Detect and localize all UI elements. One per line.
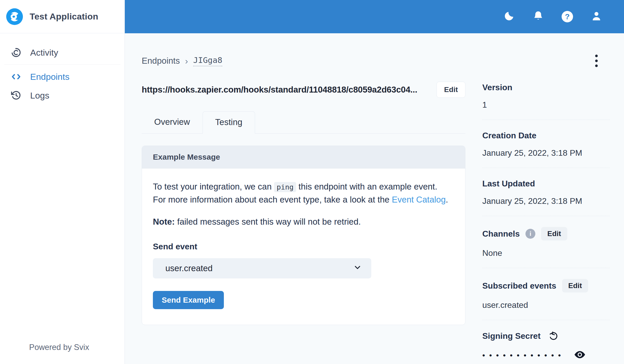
signing-secret-label: Signing Secret — [482, 331, 541, 341]
tab-overview[interactable]: Overview — [142, 111, 203, 133]
chevron-down-icon — [353, 263, 362, 274]
creation-date-section: Creation Date January 25, 2022, 3:18 PM — [482, 120, 610, 168]
edit-url-button[interactable]: Edit — [437, 82, 465, 98]
subscribed-events-label: Subscribed events — [482, 281, 556, 291]
version-section: Version 1 — [482, 82, 610, 120]
card-title: Example Message — [142, 146, 465, 168]
paragraph-text: To test your integration, we can — [153, 182, 274, 191]
version-value: 1 — [482, 100, 610, 110]
select-value: user.created — [165, 263, 213, 273]
send-example-button[interactable]: Send Example — [153, 291, 224, 309]
reveal-secret-eye-icon[interactable] — [574, 349, 586, 361]
last-updated-section: Last Updated January 25, 2022, 3:18 PM — [482, 168, 610, 216]
moon-icon — [503, 10, 515, 23]
event-catalog-link[interactable]: Event Catalog — [392, 195, 446, 204]
last-updated-label: Last Updated — [482, 179, 535, 188]
endpoint-panel: https://hooks.zapier.com/hooks/standard/… — [142, 82, 465, 364]
endpoint-url: https://hooks.zapier.com/hooks/standard/… — [142, 85, 417, 95]
breadcrumb: Endpoints › JIGga8 — [142, 55, 222, 66]
activity-gauge-icon — [10, 47, 22, 58]
sidebar-nav: Activity Endpoints Logs — [0, 33, 125, 105]
account-button[interactable] — [589, 9, 604, 24]
sidebar-item-endpoints[interactable]: Endpoints — [0, 67, 125, 86]
info-icon[interactable]: i — [525, 229, 535, 239]
channels-label: Channels — [482, 229, 520, 239]
rotate-secret-icon[interactable] — [548, 331, 558, 341]
ping-code-chip: ping — [274, 182, 296, 192]
send-event-label: Send event — [153, 242, 454, 251]
subscribed-events-value: user.created — [482, 300, 610, 310]
help-button[interactable]: ? — [560, 9, 575, 24]
edit-subscribed-events-button[interactable]: Edit — [562, 279, 588, 292]
breadcrumb-endpoints-link[interactable]: Endpoints — [142, 56, 180, 66]
history-clock-icon — [10, 90, 22, 101]
sidebar-item-label: Logs — [30, 90, 49, 101]
example-message-card: Example Message To test your integration… — [142, 146, 465, 325]
channels-section: Channels i Edit None — [482, 216, 610, 268]
code-brackets-icon — [10, 71, 22, 82]
subscribed-events-section: Subscribed events Edit user.created — [482, 268, 610, 320]
creation-date-label: Creation Date — [482, 131, 536, 140]
edit-channels-button[interactable]: Edit — [541, 227, 567, 240]
sidebar-divider — [4, 64, 120, 65]
powered-by-svix[interactable]: Powered by Svix — [0, 343, 125, 364]
kebab-menu-icon[interactable] — [593, 53, 600, 69]
breadcrumb-endpoint-id[interactable]: JIGga8 — [193, 55, 222, 66]
tab-testing[interactable]: Testing — [203, 111, 255, 134]
question-mark-icon: ? — [562, 11, 573, 22]
note-line: Note: failed messages sent this way will… — [153, 217, 454, 227]
sidebar-item-label: Endpoints — [30, 72, 69, 82]
user-icon — [590, 10, 602, 23]
masked-secret-value: •••••••••••• — [482, 350, 565, 359]
main-content: Endpoints › JIGga8 https://hooks.zapier.… — [125, 33, 624, 364]
endpoint-details: Version 1 Creation Date January 25, 2022… — [482, 82, 610, 364]
application-title: Test Application — [30, 11, 98, 22]
sidebar-item-activity[interactable]: Activity — [0, 43, 125, 62]
last-updated-value: January 25, 2022, 3:18 PM — [482, 196, 610, 206]
tab-bar: Overview Testing — [142, 111, 465, 134]
creation-date-value: January 25, 2022, 3:18 PM — [482, 148, 610, 158]
sidebar-item-logs[interactable]: Logs — [0, 86, 125, 105]
version-label: Version — [482, 83, 512, 92]
sidebar-header: Test Application — [0, 0, 125, 33]
channels-value: None — [482, 248, 610, 258]
event-type-select[interactable]: user.created — [153, 258, 371, 278]
sidebar: Test Application Activity Endpoints — [0, 0, 125, 364]
paragraph-text: . — [446, 195, 448, 204]
topbar: ? — [125, 0, 624, 33]
dark-mode-toggle-button[interactable] — [502, 9, 516, 24]
bell-icon — [532, 10, 544, 23]
signing-secret-section: Signing Secret •••••••••••• — [482, 320, 610, 364]
card-paragraph: To test your integration, we can ping th… — [153, 180, 449, 206]
chevron-right-icon: › — [185, 56, 188, 66]
note-label: Note: — [153, 217, 175, 226]
sidebar-item-label: Activity — [30, 48, 58, 58]
svix-logo-icon[interactable] — [6, 8, 23, 25]
notifications-button[interactable] — [531, 9, 545, 24]
note-text: failed messages sent this way will not b… — [175, 217, 361, 226]
